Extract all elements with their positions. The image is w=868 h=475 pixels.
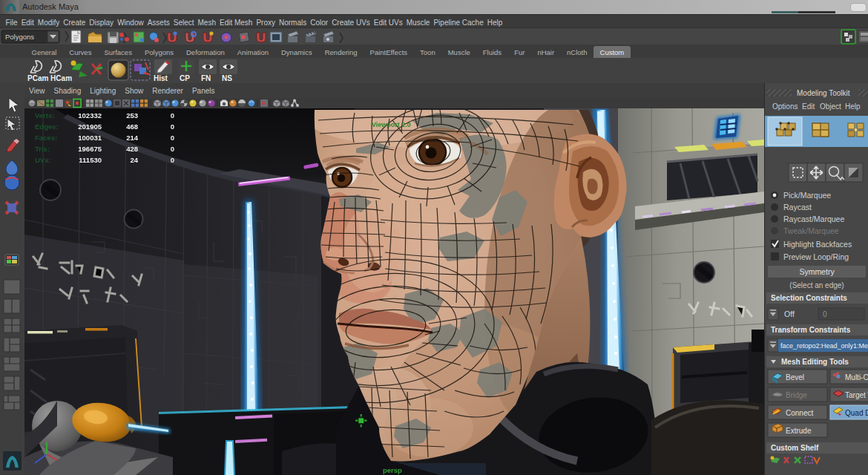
svg-text:0: 0 — [171, 111, 174, 119]
svg-text:111530: 111530 — [79, 156, 102, 164]
svg-text:Tweak/Marquee: Tweak/Marquee — [783, 226, 839, 235]
svg-text:468: 468 — [126, 122, 138, 131]
svg-text:persp: persp — [383, 466, 402, 474]
svg-text:Target W: Target W — [845, 391, 868, 399]
svg-text:Object: Object — [820, 102, 841, 111]
svg-text:Viewport 2.0: Viewport 2.0 — [372, 121, 411, 128]
svg-text:Edges:: Edges: — [35, 122, 59, 131]
svg-text:Bridge: Bridge — [786, 391, 807, 399]
svg-text:Bevel: Bevel — [786, 373, 804, 381]
svg-text:FN: FN — [201, 74, 211, 82]
svg-text:Options: Options — [772, 102, 798, 111]
svg-text:100031: 100031 — [78, 134, 102, 142]
svg-text:Symmetry: Symmetry — [799, 267, 835, 276]
svg-text:CP: CP — [180, 74, 190, 82]
svg-text:Multi-Cu: Multi-Cu — [845, 373, 868, 381]
svg-text:Tris:: Tris: — [35, 145, 50, 153]
svg-text:Selection Constraints: Selection Constraints — [771, 294, 847, 302]
svg-text:Off: Off — [784, 309, 795, 318]
svg-text:face_retopo2:Head_only1:Me: face_retopo2:Head_only1:Me — [780, 342, 868, 350]
svg-text:Verts:: Verts: — [35, 111, 54, 119]
svg-text:Mesh Editing Tools: Mesh Editing Tools — [781, 358, 849, 366]
svg-text:253: 253 — [126, 111, 138, 119]
svg-text:0: 0 — [171, 145, 174, 153]
svg-text:Extrude: Extrude — [786, 427, 812, 435]
svg-text:PCam HCam: PCam HCam — [27, 74, 72, 82]
svg-text:UVs:: UVs: — [35, 156, 51, 164]
svg-text:Modeling Toolkit: Modeling Toolkit — [797, 89, 850, 97]
svg-text:0: 0 — [823, 310, 827, 318]
svg-text:428: 428 — [126, 145, 138, 153]
svg-text:0: 0 — [171, 156, 174, 164]
svg-text:(Select an edge): (Select an edge) — [789, 281, 844, 289]
svg-text:102332: 102332 — [78, 111, 102, 119]
svg-text:196675: 196675 — [78, 145, 102, 153]
svg-text:Transform Constraints: Transform Constraints — [771, 326, 851, 334]
svg-text:Connect: Connect — [786, 409, 813, 417]
svg-text:0: 0 — [171, 122, 174, 131]
svg-text:0: 0 — [171, 134, 174, 142]
svg-text:Raycast: Raycast — [783, 203, 812, 212]
svg-text:214: 214 — [126, 134, 139, 142]
svg-text:Help: Help — [845, 102, 861, 111]
svg-text:Edit: Edit — [802, 102, 815, 111]
svg-text:NS: NS — [222, 74, 232, 82]
svg-text:Quad Dr: Quad Dr — [845, 409, 868, 417]
svg-text:Raycast/Marquee: Raycast/Marquee — [783, 214, 844, 223]
svg-text:Pick/Marquee: Pick/Marquee — [783, 191, 831, 200]
svg-text:24: 24 — [130, 156, 138, 164]
svg-text:Polygons: Polygons — [5, 33, 34, 41]
svg-text:Custom Shelf: Custom Shelf — [771, 444, 819, 452]
svg-text:201905: 201905 — [78, 122, 102, 131]
svg-text:Faces:: Faces: — [35, 134, 57, 142]
svg-text:Hist: Hist — [154, 74, 168, 82]
svg-text:Preview Loop/Ring: Preview Loop/Ring — [783, 252, 849, 261]
svg-text:Highlight Backfaces: Highlight Backfaces — [783, 240, 852, 249]
